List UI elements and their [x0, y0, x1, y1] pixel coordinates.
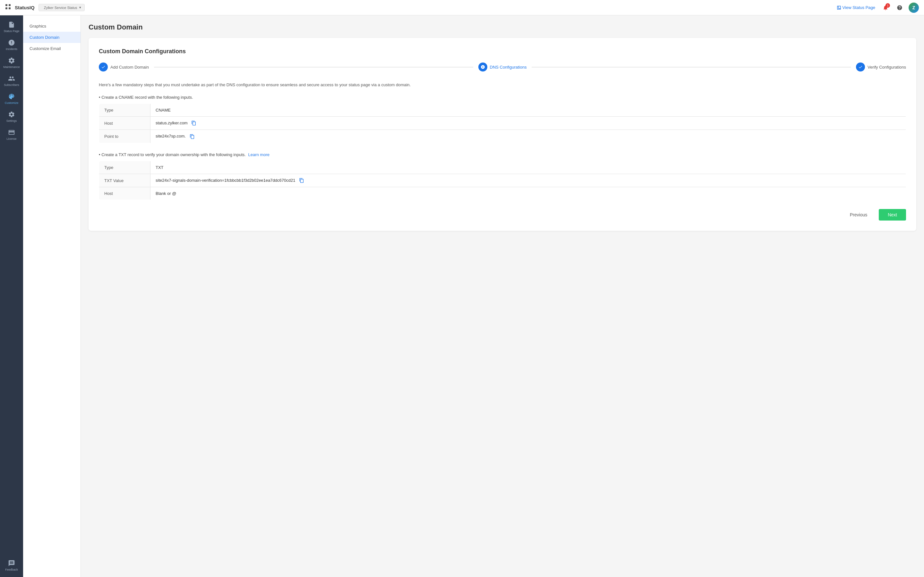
sidebar-item-incidents-label: Incidents [6, 47, 17, 51]
section-title: Custom Domain Configurations [99, 48, 906, 55]
sidebar-item-customize[interactable]: Customize [0, 90, 23, 108]
txt-value-cell: site24x7-signals-domain-verification=1fc… [150, 174, 906, 187]
footer-buttons: Previous Next [99, 209, 906, 221]
svg-rect-0 [5, 4, 7, 6]
main-layout: Status Page Incidents Maintenance Subscr… [0, 15, 924, 577]
table-row: Host status.zylker.com [99, 116, 906, 130]
avatar[interactable]: Z [909, 3, 919, 13]
cname-pointto-label: Point to [99, 130, 150, 143]
svg-rect-1 [9, 4, 11, 6]
sidebar-item-license[interactable]: License [0, 126, 23, 143]
help-button[interactable] [895, 3, 905, 13]
cname-type-label: Type [99, 103, 150, 116]
table-row: TXT Value site24x7-signals-domain-verifi… [99, 174, 906, 187]
topbar: StatusIQ Zylker Service Status ▾ View St… [0, 0, 924, 15]
sub-sidebar-item-graphics[interactable]: Graphics [23, 21, 81, 32]
sidebar-item-settings-label: Settings [6, 119, 17, 122]
sidebar-item-maintenance-label: Maintenance [3, 65, 20, 69]
step1-label: Add Custom Domain [110, 65, 149, 69]
view-status-label: View Status Page [843, 5, 875, 10]
cname-host-value: status.zylker.com [150, 116, 906, 130]
txt-type-label: Type [99, 161, 150, 174]
txt-host-label: Host [99, 187, 150, 200]
notif-badge: 1 [885, 3, 890, 8]
table-row: Point to site24x7sp.com. [99, 130, 906, 143]
sub-sidebar-item-custom-domain[interactable]: Custom Domain [23, 32, 81, 43]
step3-circle [856, 63, 865, 71]
grid-icon[interactable] [5, 4, 11, 11]
txt-type-value: TXT [150, 161, 906, 174]
table-row: Host Blank or @ [99, 187, 906, 200]
sidebar-item-status-page-label: Status Page [3, 29, 19, 33]
notifications-button[interactable]: 1 [880, 3, 891, 13]
txt-bullet-text: • Create a TXT record to verify your dom… [99, 152, 906, 157]
cname-host-label: Host [99, 116, 150, 130]
learn-more-link[interactable]: Learn more [248, 152, 269, 157]
sidebar-item-maintenance[interactable]: Maintenance [0, 54, 23, 72]
svg-rect-2 [5, 7, 7, 9]
sub-sidebar: Graphics Custom Domain Customize Email [23, 15, 81, 577]
cname-section: • Create a CNAME record with the followi… [99, 95, 906, 143]
page-title: Custom Domain [89, 23, 916, 31]
cname-bullet-text: • Create a CNAME record with the followi… [99, 95, 906, 100]
main-card: Custom Domain Configurations Add Custom … [89, 38, 916, 231]
step1-circle [99, 63, 108, 71]
view-status-link[interactable]: View Status Page [837, 5, 875, 10]
step3-label: Verify Configurations [867, 65, 906, 69]
sidebar-item-incidents[interactable]: Incidents [0, 36, 23, 54]
sidebar-item-status-page[interactable]: Status Page [0, 18, 23, 36]
step-dns-configurations: DNS Configurations [478, 63, 527, 71]
sidebar-item-feedback-label: Feedback [5, 568, 18, 571]
previous-button[interactable]: Previous [842, 209, 875, 221]
step2-label: DNS Configurations [490, 65, 527, 69]
description: Here's a few mandatory steps that you mu… [99, 82, 906, 89]
sidebar-item-feedback[interactable]: Feedback [0, 556, 23, 574]
stepper: Add Custom Domain DNS Configurations V [99, 63, 906, 71]
org-dropdown[interactable]: Zylker Service Status ▾ [39, 4, 85, 11]
next-button[interactable]: Next [879, 209, 906, 221]
org-label: Zylker Service Status [44, 6, 78, 10]
step-verify-configurations: Verify Configurations [856, 63, 906, 71]
sidebar-item-settings[interactable]: Settings [0, 108, 23, 126]
sidebar-item-license-label: License [6, 137, 16, 140]
sub-sidebar-item-customize-email[interactable]: Customize Email [23, 43, 81, 54]
topbar-actions: 1 Z [880, 3, 919, 13]
main-content: Custom Domain Custom Domain Configuratio… [81, 15, 924, 577]
cname-pointto-value: site24x7sp.com. [150, 130, 906, 143]
sidebar-item-customize-label: Customize [5, 101, 19, 105]
txt-table: Type TXT TXT Value site24x7-signals-doma… [99, 161, 906, 200]
step-add-custom-domain: Add Custom Domain [99, 63, 149, 71]
txt-host-value: Blank or @ [150, 187, 906, 200]
copy-host-icon[interactable] [191, 121, 196, 126]
cname-type-value: CNAME [150, 103, 906, 116]
sidebar-item-subscribers-label: Subscribers [4, 83, 19, 87]
sidebar: Status Page Incidents Maintenance Subscr… [0, 15, 23, 577]
svg-rect-3 [9, 7, 11, 9]
step2-circle [478, 63, 487, 71]
table-row: Type TXT [99, 161, 906, 174]
sidebar-item-subscribers[interactable]: Subscribers [0, 72, 23, 90]
txt-value-label: TXT Value [99, 174, 150, 187]
copy-txt-icon[interactable] [299, 178, 304, 183]
chevron-down-icon: ▾ [79, 5, 81, 10]
table-row: Type CNAME [99, 103, 906, 116]
cname-table: Type CNAME Host status.zylker.com [99, 103, 906, 143]
app-brand: StatusIQ [15, 5, 35, 10]
txt-section: • Create a TXT record to verify your dom… [99, 152, 906, 200]
copy-pointto-icon[interactable] [190, 134, 195, 139]
